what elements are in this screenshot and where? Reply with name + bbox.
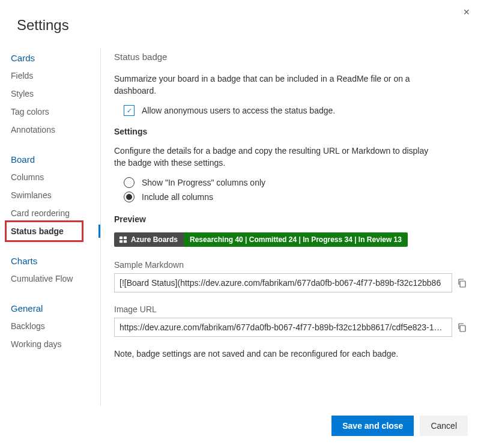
sidebar-item-cumulative-flow[interactable]: Cumulative Flow [11, 270, 100, 288]
main-panel: Status badge Summarize your board in a b… [101, 48, 481, 406]
sidebar-item-columns[interactable]: Columns [11, 168, 100, 186]
svg-rect-2 [119, 240, 123, 243]
sidebar-section-charts[interactable]: Charts [11, 251, 100, 270]
radio-icon [124, 192, 135, 202]
sidebar-item-backlogs[interactable]: Backlogs [11, 317, 100, 335]
radio-label: Show "In Progress" columns only [142, 178, 265, 187]
checkbox-label: Allow anonymous users to access the stat… [142, 106, 335, 115]
note-text: Note, badge settings are not saved and c… [114, 349, 467, 359]
sidebar-item-fields[interactable]: Fields [11, 67, 100, 85]
copy-icon[interactable] [457, 322, 467, 332]
badge-product-label: Azure Boards [131, 235, 178, 244]
svg-rect-3 [124, 240, 127, 243]
radio-label: Include all columns [142, 192, 213, 202]
markdown-label: Sample Markdown [114, 260, 467, 270]
radio-in-progress-only[interactable]: Show "In Progress" columns only [114, 177, 467, 188]
sidebar-section-board[interactable]: Board [11, 150, 100, 168]
settings-intro: Configure the details for a badge and co… [114, 145, 438, 169]
copy-icon[interactable] [457, 278, 467, 288]
badge-status-label: Researching 40 | Committed 24 | In Progr… [184, 232, 408, 247]
svg-rect-4 [460, 281, 465, 287]
markdown-input[interactable] [114, 273, 452, 292]
sidebar-item-styles[interactable]: Styles [11, 85, 100, 103]
intro-text: Summarize your board in a badge that can… [114, 73, 438, 97]
dialog-footer: Save and close Cancel [331, 416, 468, 436]
svg-rect-0 [119, 237, 123, 239]
sidebar-section-cards[interactable]: Cards [11, 48, 100, 67]
sidebar-item-working-days[interactable]: Working days [11, 335, 100, 353]
svg-rect-5 [460, 325, 465, 331]
settings-sidebar: Cards Fields Styles Tag colors Annotatio… [0, 48, 101, 406]
checkbox-icon: ✓ [124, 105, 135, 116]
sidebar-item-annotations[interactable]: Annotations [11, 121, 100, 139]
dialog-title: Settings [0, 0, 481, 48]
radio-include-all[interactable]: Include all columns [114, 192, 467, 202]
radio-icon [124, 177, 135, 188]
allow-anonymous-checkbox[interactable]: ✓ Allow anonymous users to access the st… [114, 105, 467, 116]
sidebar-item-card-reordering[interactable]: Card reordering [11, 204, 100, 222]
column-option-group: Show "In Progress" columns only Include … [114, 177, 467, 202]
cancel-button[interactable]: Cancel [420, 416, 468, 436]
image-url-label: Image URL [114, 304, 467, 314]
close-icon[interactable]: ✕ [462, 7, 471, 17]
boards-icon [119, 235, 127, 244]
preview-heading: Preview [114, 214, 467, 224]
sidebar-item-swimlanes[interactable]: Swimlanes [11, 186, 100, 204]
sidebar-section-general[interactable]: General [11, 298, 100, 317]
badge-product: Azure Boards [114, 232, 184, 247]
sidebar-item-status-badge[interactable]: Status badge [11, 222, 100, 240]
page-title: Status badge [114, 52, 467, 62]
dialog-body: Cards Fields Styles Tag colors Annotatio… [0, 48, 481, 406]
status-badge-preview: Azure Boards Researching 40 | Committed … [114, 232, 408, 247]
svg-rect-1 [124, 237, 127, 239]
save-and-close-button[interactable]: Save and close [331, 416, 414, 436]
image-url-input[interactable] [114, 318, 452, 337]
sidebar-item-tag-colors[interactable]: Tag colors [11, 103, 100, 121]
settings-heading: Settings [114, 127, 467, 136]
